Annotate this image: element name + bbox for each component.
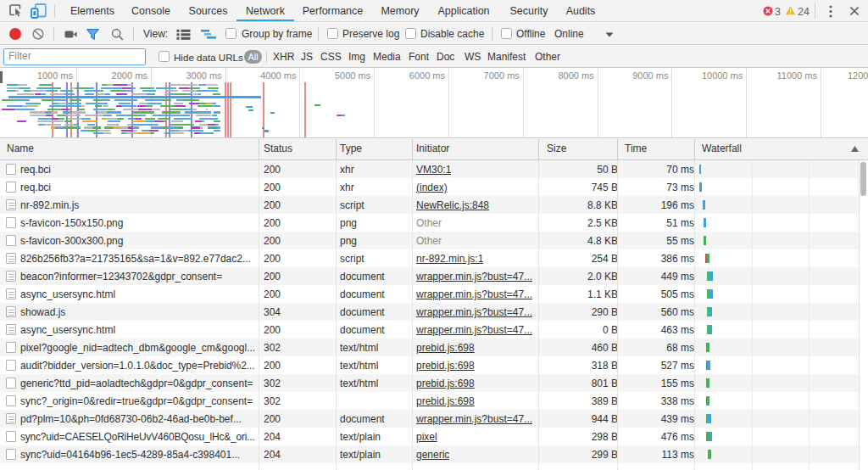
svg-text:24: 24 [798, 6, 810, 18]
svg-text:3: 3 [775, 6, 781, 18]
